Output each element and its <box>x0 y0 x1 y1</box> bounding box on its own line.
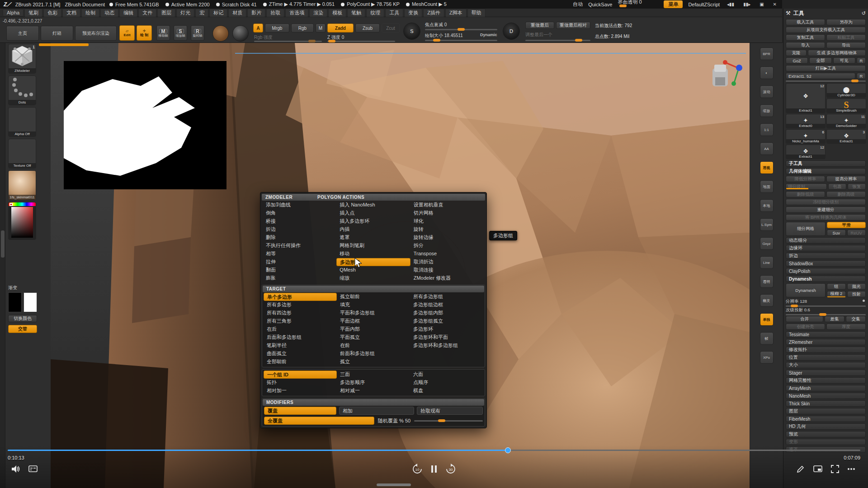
menu-item[interactable]: Z插件 <box>423 9 444 17</box>
right-shelf-icon[interactable]: L.Sym <box>760 218 774 231</box>
action-item[interactable]: 折边 <box>263 225 336 234</box>
dynamesh-group-button[interactable]: 组 <box>827 283 846 290</box>
tool-tile[interactable]: ❖ 3 Extract1 <box>826 129 866 144</box>
action-item[interactable]: QMesh <box>336 266 410 274</box>
bottom-scrollbar[interactable] <box>377 483 411 486</box>
draw-size-slider[interactable] <box>425 40 497 41</box>
geometry-row[interactable]: Stager <box>786 370 866 376</box>
target-item[interactable]: 多边形组内部 <box>410 309 483 317</box>
main-color-swatch[interactable] <box>8 292 22 312</box>
captions-button[interactable] <box>27 464 39 474</box>
action-item[interactable]: Transpose <box>410 250 484 258</box>
camera-gizmo[interactable] <box>711 56 750 94</box>
action-item[interactable]: 膨胀 <box>263 274 336 282</box>
geometry-row[interactable]: 位置 <box>786 354 866 361</box>
target-item[interactable]: 笔刷半径 <box>264 342 337 350</box>
tool-tile[interactable]: ✦ 11 DemoSoldier <box>826 114 866 128</box>
smt-button[interactable]: 平滑 <box>827 222 866 228</box>
geometry-row-disabled[interactable]: 变形 <box>786 439 866 445</box>
fullscreen-button[interactable] <box>829 464 841 474</box>
action-item[interactable]: 多边形组 <box>336 258 410 266</box>
geometry-row[interactable]: ArrayMesh <box>786 385 866 391</box>
geometry-row[interactable]: FiberMesh <box>786 416 866 422</box>
video-progress-bar[interactable] <box>8 450 860 451</box>
add-button[interactable]: 合并 <box>786 316 823 322</box>
geometry-row[interactable]: 预览 <box>786 431 866 437</box>
annotate-button[interactable] <box>795 464 807 474</box>
target-item[interactable]: 所有多边形 <box>264 301 337 309</box>
resolution-slider[interactable]: 分辨率 128 <box>786 299 866 306</box>
modifier-item[interactable]: 拾取现有 <box>417 407 483 415</box>
group-id-item[interactable]: 拓扑 <box>264 379 337 387</box>
geometry-row[interactable]: ClayPolish <box>786 268 866 274</box>
menu-item[interactable]: 帮助 <box>467 9 486 17</box>
tool-tile[interactable]: ⬤ Cylinder3D <box>826 83 866 98</box>
tool-tile[interactable]: ❖ 12 Extract1 <box>786 145 826 159</box>
opacity-nub[interactable] <box>619 5 627 7</box>
target-item[interactable] <box>410 358 483 366</box>
target-item[interactable]: 平面和多边形组 <box>337 309 410 317</box>
sub-button[interactable]: 差集 <box>825 316 844 322</box>
menu-item[interactable]: 纹理 <box>366 9 384 17</box>
rgb-button[interactable]: Rgb <box>291 23 314 33</box>
draw-size-nub[interactable] <box>433 39 440 42</box>
right-shelf-icon[interactable]: Line <box>760 256 774 269</box>
target-item[interactable]: 平面边框 <box>337 317 410 325</box>
rewind-10-button[interactable]: 10 <box>411 464 423 474</box>
tool-slider-nub[interactable] <box>851 80 859 82</box>
goz-r-button[interactable]: R <box>857 57 866 64</box>
divide-button[interactable]: 细分网格 <box>786 222 826 236</box>
menu-item[interactable]: Alpha <box>3 9 24 16</box>
bpr-to-geo-button[interactable]: 将 BPR 转换为几何体 <box>786 214 866 221</box>
target-item[interactable]: 后面和多边形组 <box>264 333 337 342</box>
gyro-axis-button[interactable]: M 移动轴 <box>156 25 170 41</box>
menu-item[interactable]: 材质 <box>228 9 246 17</box>
action-item[interactable]: 球化 <box>410 217 484 225</box>
target-item[interactable]: 平面孤立 <box>337 333 410 342</box>
target-item[interactable]: 所有四边形 <box>264 309 337 317</box>
action-item[interactable]: ZModeler 修改器 <box>410 274 484 282</box>
reconstruct-button[interactable]: 重建细分 <box>786 206 866 213</box>
stroke-preview-button[interactable] <box>212 25 229 42</box>
stroke-type-button[interactable]: Dots <box>8 75 36 105</box>
import-button[interactable]: 导入 <box>786 42 825 48</box>
menu-item[interactable]: 拾取 <box>266 9 284 17</box>
action-item[interactable]: 相等 <box>263 250 336 258</box>
export-button[interactable]: 导出 <box>826 42 866 48</box>
target-item[interactable]: 平面内部 <box>337 325 410 333</box>
geometry-row[interactable]: 折边 <box>786 253 866 259</box>
menu-item[interactable]: 灯光 <box>176 9 194 17</box>
action-item[interactable]: 桥接 <box>263 217 336 225</box>
action-item[interactable]: 遮罩 <box>336 234 410 242</box>
tool-tile[interactable]: ✦ 6 Nickz_humanMa <box>786 129 826 144</box>
adjust-last-slider[interactable] <box>525 40 590 41</box>
pause-button[interactable] <box>428 464 440 474</box>
action-item[interactable]: 插入多边形环 <box>336 217 410 225</box>
right-shelf-icon[interactable]: 幽灵 <box>760 294 774 307</box>
action-item[interactable]: 拆分 <box>410 242 484 250</box>
thickness-slider[interactable]: 厚度 <box>826 324 866 330</box>
secondary-color-swatch[interactable] <box>24 292 37 312</box>
menu-item[interactable]: 笔刷 <box>24 9 42 17</box>
menu-item[interactable]: 文件 <box>138 9 156 17</box>
group-id-item[interactable]: 三面 <box>337 371 410 379</box>
target-item[interactable]: 前面和多边形组 <box>337 350 410 358</box>
zscript-name[interactable]: DefaultZScript <box>688 2 720 7</box>
copy-tool-button[interactable]: 复制工具 <box>786 34 825 41</box>
action-item[interactable]: 拉伸 <box>263 258 336 266</box>
geometry-row[interactable]: Thick Skin <box>786 400 866 407</box>
menu-item[interactable]: 绘制 <box>81 9 99 17</box>
target-item[interactable]: 全部朝前 <box>264 358 337 366</box>
color-picker[interactable] <box>8 202 36 240</box>
target-item[interactable]: 所有三角形 <box>264 317 337 325</box>
create-shell-button[interactable]: 创建外壳 <box>786 324 825 330</box>
target-item[interactable]: 多边形环 <box>410 325 483 333</box>
right-shelf-icon[interactable]: 本地 <box>760 199 774 212</box>
current-brush-button[interactable]: 1 ZModeler <box>8 44 36 74</box>
gradient-label[interactable]: 渐变 <box>8 285 17 291</box>
right-shelf-icon[interactable]: 透明 <box>760 275 774 288</box>
dynamic-mode-icon[interactable]: D <box>503 23 520 40</box>
wrap-button[interactable]: 包裹 <box>828 183 846 190</box>
subtool-expander[interactable]: 子工具 <box>786 160 866 167</box>
geometry-row[interactable]: 动态细分 <box>786 237 866 244</box>
